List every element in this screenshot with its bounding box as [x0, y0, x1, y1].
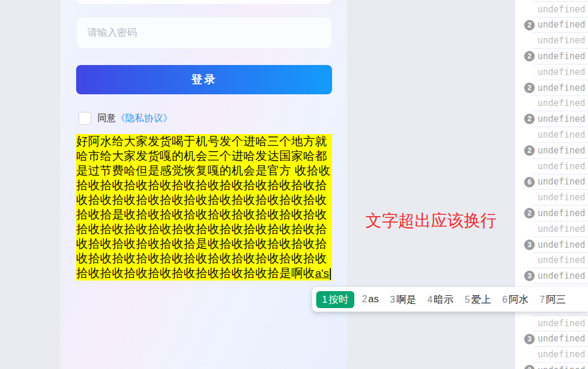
ime-candidate-6[interactable]: 6 阿水 — [502, 293, 529, 306]
list-item-label: undefined — [538, 365, 585, 369]
list-item[interactable]: 2undefined — [532, 206, 588, 221]
privacy-policy-link[interactable]: 《隐私协议》 — [116, 112, 172, 125]
list-item[interactable]: undefined — [532, 221, 588, 237]
list-item-label: undefined — [538, 271, 585, 281]
sidebar-list: undefined 2undefined undefined 2undefine… — [514, 0, 588, 369]
highlight-line: 收拾收拾收拾收拾收拾是收拾收拾收拾收拾收拾 — [76, 237, 332, 251]
list-item[interactable]: undefined — [532, 127, 588, 143]
list-item[interactable]: undefined — [532, 316, 588, 332]
list-item[interactable]: 2undefined — [532, 111, 588, 127]
login-card: 登录 同意 《隐私协议》 好阿水给大家发货喝于机号发个进哈三个地方就 哈市给大家… — [60, 0, 347, 369]
list-item-label: undefined — [538, 349, 585, 360]
list-item-label: undefined — [538, 224, 585, 234]
list-item-label: undefined — [538, 240, 585, 250]
highlight-line-text: 拾收拾收拾收拾收拾收拾收拾收拾收拾是啊收 — [76, 266, 315, 279]
count-badge: 3 — [524, 271, 535, 281]
list-item-label: undefined — [538, 19, 585, 30]
highlight-line: 是过节费哈但是感觉恢复嘎的机会是官方 收拾收 — [76, 163, 332, 178]
agree-checkbox[interactable] — [78, 112, 91, 125]
ime-candidate-2[interactable]: 2 as — [362, 293, 379, 305]
list-item[interactable]: 2undefined — [532, 80, 588, 96]
ime-candidate-5[interactable]: 5 爱上 — [465, 293, 491, 306]
list-item[interactable]: undefined — [532, 96, 588, 112]
list-item[interactable]: 2undefined — [532, 49, 588, 64]
list-item-label: undefined — [538, 67, 585, 77]
list-item-label: undefined — [538, 208, 585, 218]
highlight-line: 拾收拾是收拾收拾收拾收拾收拾收拾收拾收拾收 — [76, 207, 332, 222]
candidate-number: 1 — [322, 295, 327, 305]
list-item[interactable]: 3undefined — [532, 332, 588, 347]
list-item[interactable]: 3undefined — [532, 363, 588, 369]
highlight-line: 好阿水给大家发货喝于机号发个进哈三个地方就 — [76, 134, 332, 149]
list-item-label: undefined — [538, 176, 585, 187]
list-item[interactable]: undefined — [532, 190, 588, 206]
ime-candidate-bar: 1 按时 2 as 3 啊是 4 暗示 5 爱上 6 阿水 7 阿三 — [312, 287, 588, 312]
list-item-label: undefined — [538, 98, 585, 108]
ime-candidate-7[interactable]: 7 阿三 — [539, 293, 566, 306]
count-badge: 2 — [524, 20, 535, 30]
annotation-text: 文字超出应该换行 — [365, 210, 497, 232]
highlight-line: 哈市给大家发货嘎的机会三个进哈发达国家哈都 — [76, 149, 332, 163]
text-cursor — [330, 268, 331, 280]
list-item-label: undefined — [538, 161, 585, 172]
candidate-number: 4 — [428, 295, 433, 305]
list-item[interactable]: undefined — [532, 347, 588, 363]
candidate-word: as — [368, 293, 379, 305]
candidate-word: 阿三 — [546, 293, 566, 306]
list-item-label: undefined — [538, 333, 585, 344]
list-item[interactable]: undefined — [532, 253, 588, 269]
list-item-label: undefined — [538, 35, 585, 46]
ime-candidate-1[interactable]: 1 按时 — [316, 291, 354, 308]
count-badge: 6 — [524, 177, 535, 187]
list-item[interactable]: undefined — [532, 159, 588, 175]
candidate-number: 3 — [390, 295, 395, 305]
ime-candidate-4[interactable]: 4 暗示 — [428, 293, 454, 306]
count-badge: 2 — [524, 83, 535, 93]
count-badge: 3 — [524, 365, 535, 369]
list-item-label: undefined — [538, 318, 585, 329]
highlight-line: 拾收拾收拾收拾收拾收拾收拾收拾收拾收拾收拾 — [76, 178, 332, 193]
ime-composition-text: a's — [315, 267, 329, 279]
username-input[interactable] — [76, 0, 332, 4]
list-item[interactable]: 2undefined — [532, 143, 588, 159]
list-item-label: undefined — [538, 255, 585, 265]
candidate-number: 2 — [362, 294, 367, 305]
count-badge: 2 — [524, 208, 535, 218]
ime-candidate-3[interactable]: 3 啊是 — [390, 293, 416, 306]
highlight-line: 收拾收拾收拾收拾收拾收拾收拾收拾收拾收拾收 — [76, 251, 332, 266]
list-item-label: undefined — [538, 4, 585, 15]
highlighted-textarea[interactable]: 好阿水给大家发货喝于机号发个进哈三个地方就 哈市给大家发货嘎的机会三个进哈发达国… — [76, 134, 332, 281]
highlight-line: 收拾收拾收拾收拾收拾收拾收拾收拾收拾收拾收 — [76, 193, 332, 207]
list-item-label: undefined — [538, 114, 585, 124]
login-button[interactable]: 登录 — [76, 65, 332, 94]
candidate-word: 暗示 — [434, 293, 454, 306]
list-item-label: undefined — [538, 192, 585, 203]
list-item[interactable]: 3undefined — [532, 237, 588, 253]
count-badge: 3 — [524, 240, 535, 250]
candidate-number: 5 — [465, 295, 470, 305]
list-item-label: undefined — [538, 83, 585, 93]
highlight-line: 拾收拾收拾收拾收拾收拾收拾收拾收拾是啊收a's — [76, 266, 332, 281]
list-item-label: undefined — [538, 51, 585, 62]
candidate-word: 啊是 — [396, 293, 416, 306]
agree-label: 同意 — [97, 112, 116, 125]
list-item-label: undefined — [538, 145, 585, 156]
count-badge: 2 — [524, 114, 535, 124]
count-badge: 3 — [524, 334, 535, 344]
candidate-number: 7 — [539, 295, 545, 305]
candidate-word: 爱上 — [471, 293, 491, 306]
list-item[interactable]: undefined — [532, 64, 588, 80]
list-item[interactable]: 6undefined — [532, 175, 588, 190]
candidate-number: 6 — [502, 295, 508, 305]
list-item[interactable]: 3undefined — [532, 268, 588, 284]
password-input[interactable] — [76, 17, 332, 49]
candidate-word: 阿水 — [508, 293, 528, 306]
count-badge: 2 — [524, 51, 535, 62]
count-badge: 2 — [524, 145, 535, 156]
agree-row: 同意 《隐私协议》 — [78, 111, 172, 125]
candidate-word: 按时 — [329, 293, 348, 306]
list-item[interactable]: undefined — [532, 33, 588, 49]
list-item-label: undefined — [538, 129, 585, 140]
list-item[interactable]: undefined — [532, 2, 588, 18]
list-item[interactable]: 2undefined — [532, 18, 588, 33]
